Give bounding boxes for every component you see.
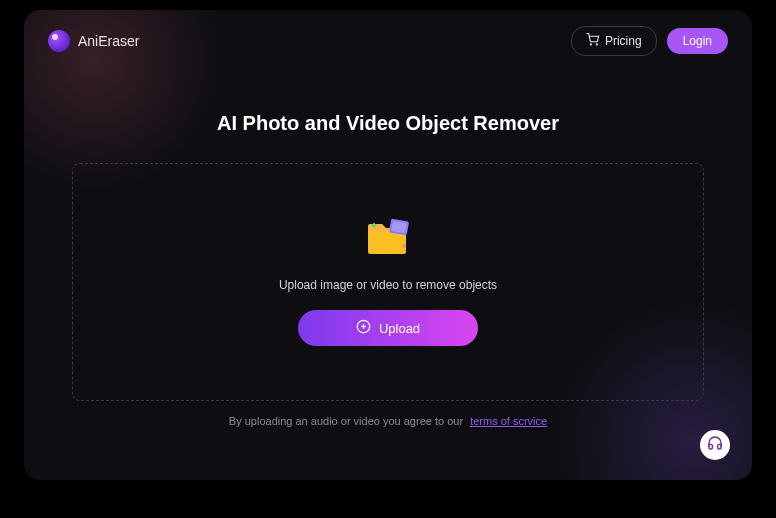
upload-button[interactable]: Upload — [298, 310, 478, 346]
terms-prefix: By uploading an audio or video you agree… — [229, 415, 463, 427]
page-title: AI Photo and Video Object Remover — [72, 112, 704, 135]
header: AniEraser Pricing Login — [24, 10, 752, 72]
headset-icon — [707, 435, 723, 455]
upload-hint: Upload image or video to remove objects — [279, 278, 497, 292]
upload-label: Upload — [379, 321, 420, 336]
svg-point-0 — [590, 44, 591, 45]
upload-dropzone[interactable]: Upload image or video to remove objects … — [72, 163, 704, 401]
pricing-button[interactable]: Pricing — [571, 26, 657, 56]
main-content: AI Photo and Video Object Remover Upload… — [24, 72, 752, 427]
plus-circle-icon — [356, 319, 371, 337]
terms-link[interactable]: terms of scrvice — [470, 415, 547, 427]
header-actions: Pricing Login — [571, 26, 728, 56]
brand-name: AniEraser — [78, 33, 139, 49]
login-button[interactable]: Login — [667, 28, 728, 54]
svg-point-1 — [596, 44, 597, 45]
brand-logo-icon — [48, 30, 70, 52]
help-button[interactable] — [700, 430, 730, 460]
cart-icon — [586, 33, 599, 49]
svg-point-4 — [402, 244, 406, 248]
terms-line: By uploading an audio or video you agree… — [72, 415, 704, 427]
brand[interactable]: AniEraser — [48, 30, 139, 52]
pricing-label: Pricing — [605, 34, 642, 48]
app-container: AniEraser Pricing Login AI Photo and Vid… — [24, 10, 752, 480]
folder-icon — [360, 212, 416, 260]
